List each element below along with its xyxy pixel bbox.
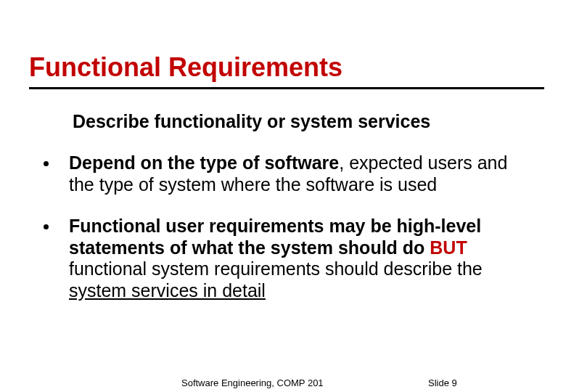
bullet-list: Depend on the type of software, expected…: [29, 152, 537, 301]
bold-text: Depend on the type of software: [69, 152, 339, 173]
plain-text: functional system requirements should de…: [69, 258, 483, 279]
list-item: Functional user requirements may be high…: [44, 216, 530, 301]
bullet-text: Depend on the type of software, expected…: [69, 152, 530, 195]
bullet-icon: [44, 161, 49, 166]
list-item: Depend on the type of software, expected…: [44, 152, 530, 195]
slide-subtitle: Describe functionality or system service…: [73, 111, 537, 132]
footer-left: Software Engineering, COMP 201: [181, 377, 324, 388]
underline-text: system services in detail: [69, 280, 266, 301]
emphasis-text: BUT: [430, 237, 467, 258]
slide-title: Functional Requirements: [29, 52, 537, 83]
slide-number: 9: [452, 377, 457, 388]
title-block: Functional Requirements: [29, 0, 537, 89]
footer-right: Slide 9: [428, 377, 457, 388]
slide-label: Slide: [428, 377, 452, 388]
bullet-icon: [44, 224, 49, 229]
bold-text: Functional user requirements may be high…: [69, 216, 481, 258]
title-underline: [29, 87, 544, 89]
slide: Functional Requirements Describe functio…: [0, 0, 566, 392]
bullet-text: Functional user requirements may be high…: [69, 216, 530, 301]
